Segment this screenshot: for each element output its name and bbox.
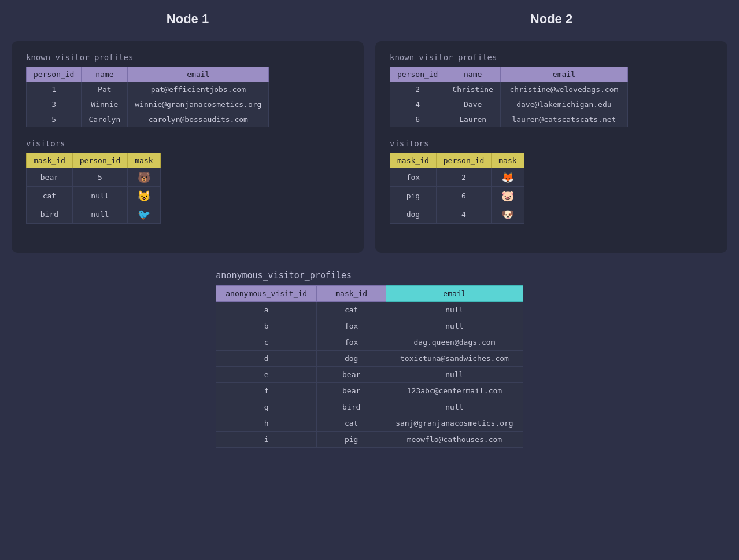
node1-title: Node 1 bbox=[12, 12, 364, 27]
table-row: ddogtoxictuna@sandwiches.com bbox=[216, 351, 523, 367]
table-row: cfoxdag.queen@dags.com bbox=[216, 334, 523, 351]
table-row: 4Davedave@lakemichigan.edu bbox=[390, 97, 628, 112]
node2-visitors-section: visitors mask_id person_id mask fox2🦊pig… bbox=[390, 139, 713, 224]
node2-known-profiles-section: known_visitor_profiles person_id name em… bbox=[390, 53, 713, 127]
node1-visitors-label: visitors bbox=[26, 139, 349, 148]
anon-col-mask-id: mask_id bbox=[317, 286, 386, 302]
node2-title: Node 2 bbox=[375, 12, 727, 27]
node1-kp-col-name: name bbox=[82, 67, 128, 82]
node1-known-profiles-table: person_id name email 1Patpat@efficientjo… bbox=[26, 67, 269, 127]
anon-label: anonymous_visitor_profiles bbox=[216, 270, 523, 281]
node1-visitors-section: visitors mask_id person_id mask bear5🐻ca… bbox=[26, 139, 349, 224]
node2-visitors-label: visitors bbox=[390, 139, 713, 148]
node1-known-profiles-section: known_visitor_profiles person_id name em… bbox=[26, 53, 349, 127]
table-row: fbear123abc@centermail.com bbox=[216, 383, 523, 399]
node2-kp-col-name: name bbox=[445, 67, 500, 82]
node2-v-col-mask: mask bbox=[492, 153, 524, 168]
node1-visitors-table: mask_id person_id mask bear5🐻catnull😺bir… bbox=[26, 153, 161, 224]
node1-container: known_visitor_profiles person_id name em… bbox=[12, 41, 364, 253]
node2-v-col-mask-id: mask_id bbox=[390, 153, 437, 168]
table-row: 6Laurenlauren@catscatscats.net bbox=[390, 112, 628, 127]
node1-kp-col-person-id: person_id bbox=[27, 67, 82, 82]
table-row: catnull😺 bbox=[27, 187, 161, 205]
table-row: 1Patpat@efficientjobs.com bbox=[27, 82, 269, 97]
node2-known-profiles-label: known_visitor_profiles bbox=[390, 53, 713, 62]
table-row: ebearnull bbox=[216, 367, 523, 383]
table-row: gbirdnull bbox=[216, 399, 523, 415]
node2-kp-col-person-id: person_id bbox=[390, 67, 445, 82]
table-row: hcatsanj@granjanacosmetics.org bbox=[216, 415, 523, 432]
node1-v-col-person-id: person_id bbox=[72, 153, 127, 168]
node2-container: known_visitor_profiles person_id name em… bbox=[375, 41, 727, 253]
anon-table: anonymous_visit_id mask_id email acatnul… bbox=[216, 285, 523, 448]
table-row: bear5🐻 bbox=[27, 168, 161, 187]
table-row: 3Winniewinnie@granjanacosmetics.org bbox=[27, 97, 269, 112]
anon-col-visit-id: anonymous_visit_id bbox=[216, 286, 317, 302]
anon-col-email: email bbox=[386, 286, 523, 302]
node2-v-col-person-id: person_id bbox=[436, 153, 491, 168]
table-row: birdnull🐦 bbox=[27, 205, 161, 224]
table-row: 2Christinechristine@welovedags.com bbox=[390, 82, 628, 97]
node1-v-col-mask: mask bbox=[128, 153, 160, 168]
table-row: bfoxnull bbox=[216, 318, 523, 334]
table-row: acatnull bbox=[216, 302, 523, 318]
table-row: pig6🐷 bbox=[390, 187, 524, 205]
node1-v-col-mask-id: mask_id bbox=[27, 153, 73, 168]
node2-visitors-table: mask_id person_id mask fox2🦊pig6🐷dog4🐶 bbox=[390, 153, 524, 224]
node2-kp-col-email: email bbox=[500, 67, 627, 82]
table-row: ipigmeowflo@cathouses.com bbox=[216, 432, 523, 448]
node2-known-profiles-table: person_id name email 2Christinechristine… bbox=[390, 67, 628, 127]
table-row: 5Carolyncarolyn@bossaudits.com bbox=[27, 112, 269, 127]
table-row: dog4🐶 bbox=[390, 205, 524, 224]
table-row: fox2🦊 bbox=[390, 168, 524, 187]
node1-kp-col-email: email bbox=[128, 67, 269, 82]
node1-known-profiles-label: known_visitor_profiles bbox=[26, 53, 349, 62]
anon-container: anonymous_visitor_profiles anonymous_vis… bbox=[216, 270, 523, 448]
